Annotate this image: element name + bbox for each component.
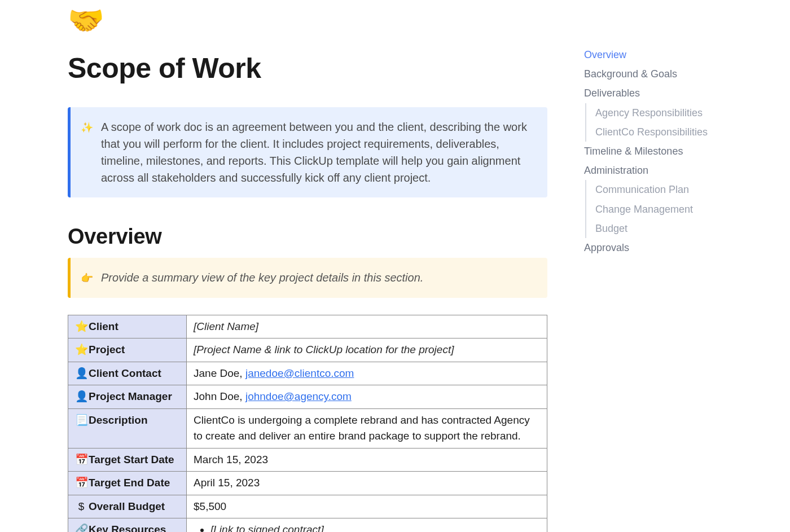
document-outline: Overview Background & Goals Deliverables… [584,45,725,257]
link-icon: 🔗 [75,522,87,532]
row-label-start-date: 📅Target Start Date [68,448,187,472]
page-emoji[interactable]: 🤝 [68,6,547,35]
star-icon: ⭐ [75,342,87,358]
person-icon: 👤 [75,389,87,405]
row-value-project-manager[interactable]: John Doe, johndoe@agency.com [187,385,547,409]
placeholder-text: [Client Name] [194,320,258,332]
overview-heading: Overview [68,225,547,249]
label-text: Client Contact [89,367,161,379]
outline-item-agency-resp[interactable]: Agency Responsibilities [595,103,725,122]
pointing-right-icon: 👉 [81,270,93,287]
outline-item-timeline[interactable]: Timeline & Milestones [584,142,725,161]
table-row: 📅Target Start Date March 15, 2023 [68,448,547,472]
overview-hint-text: Provide a summary view of the key projec… [101,269,423,286]
page-icon: 📃 [75,412,87,429]
outline-item-background[interactable]: Background & Goals [584,64,725,83]
outline-subgroup: Agency Responsibilities ClientCo Respons… [585,103,725,142]
page-title: Scope of Work [68,52,547,85]
row-label-client: ⭐Client [68,315,187,338]
table-row: 📅Target End Date April 15, 2023 [68,472,547,495]
row-label-end-date: 📅Target End Date [68,472,187,495]
table-row: 🔗Key Resources [Link to signed contract] [68,518,547,532]
intro-callout: ✨ A scope of work doc is an agreement be… [68,107,547,197]
row-value-end-date[interactable]: April 15, 2023 [187,472,547,495]
table-row: 👤Project Manager John Doe, johndoe@agenc… [68,385,547,409]
table-row: ⭐Project [Project Name & link to ClickUp… [68,338,547,362]
outline-item-comm-plan[interactable]: Communication Plan [595,180,725,199]
outline-item-approvals[interactable]: Approvals [584,238,725,257]
contact-name: John Doe, [194,390,245,402]
outline-subgroup: Communication Plan Change Management Bud… [585,180,725,238]
label-text: Project Manager [89,390,172,402]
row-value-budget[interactable]: $5,500 [187,495,547,518]
outline-item-clientco-resp[interactable]: ClientCo Responsibilities [595,122,725,142]
label-text: Client [89,320,118,332]
label-text: Key Resources [89,524,166,532]
contact-name: Jane Doe, [194,367,245,379]
contact-email-link[interactable]: johndoe@agency.com [245,390,352,402]
row-value-start-date[interactable]: March 15, 2023 [187,448,547,472]
placeholder-text: [Project Name & link to ClickUp location… [194,344,454,355]
row-label-resources: 🔗Key Resources [68,518,187,532]
outline-item-administration[interactable]: Administration [584,161,725,180]
star-icon: ⭐ [75,319,87,335]
row-value-project[interactable]: [Project Name & link to ClickUp location… [187,338,547,362]
dollar-icon: $ [75,499,87,515]
overview-table: ⭐Client [Client Name] ⭐Project [Project … [68,315,547,532]
table-row: 👤Client Contact Jane Doe, janedoe@client… [68,362,547,385]
label-text: Overall Budget [89,500,165,512]
calendar-icon: 📅 [75,475,87,491]
row-value-description[interactable]: ClientCo is undergoing a complete rebran… [187,408,547,448]
table-row: ⭐Client [Client Name] [68,315,547,338]
label-text: Project [89,344,125,355]
calendar-icon: 📅 [75,452,87,468]
outline-item-change-mgmt[interactable]: Change Management [595,200,725,219]
row-label-project-manager: 👤Project Manager [68,385,187,409]
row-value-client[interactable]: [Client Name] [187,315,547,338]
label-text: Description [89,414,148,426]
outline-item-budget[interactable]: Budget [595,219,725,238]
label-text: Target Start Date [89,454,174,465]
label-text: Target End Date [89,477,170,489]
row-label-description: 📃Description [68,408,187,448]
outline-item-overview[interactable]: Overview [584,45,725,64]
row-label-client-contact: 👤Client Contact [68,362,187,385]
row-label-project: ⭐Project [68,338,187,362]
overview-hint-callout: 👉 Provide a summary view of the key proj… [68,258,547,298]
row-label-budget: $Overall Budget [68,495,187,518]
person-icon: 👤 [75,366,87,382]
resource-link-placeholder[interactable]: [Link to signed contract] [210,524,324,532]
row-value-client-contact[interactable]: Jane Doe, janedoe@clientco.com [187,362,547,385]
outline-item-deliverables[interactable]: Deliverables [584,83,725,103]
table-row: 📃Description ClientCo is undergoing a co… [68,408,547,448]
intro-callout-text: A scope of work doc is an agreement betw… [101,118,534,186]
sparkles-icon: ✨ [81,120,93,136]
document-main: 🤝 Scope of Work ✨ A scope of work doc is… [0,0,581,532]
contact-email-link[interactable]: janedoe@clientco.com [245,367,354,379]
row-value-resources[interactable]: [Link to signed contract] [187,518,547,532]
table-row: $Overall Budget $5,500 [68,495,547,518]
